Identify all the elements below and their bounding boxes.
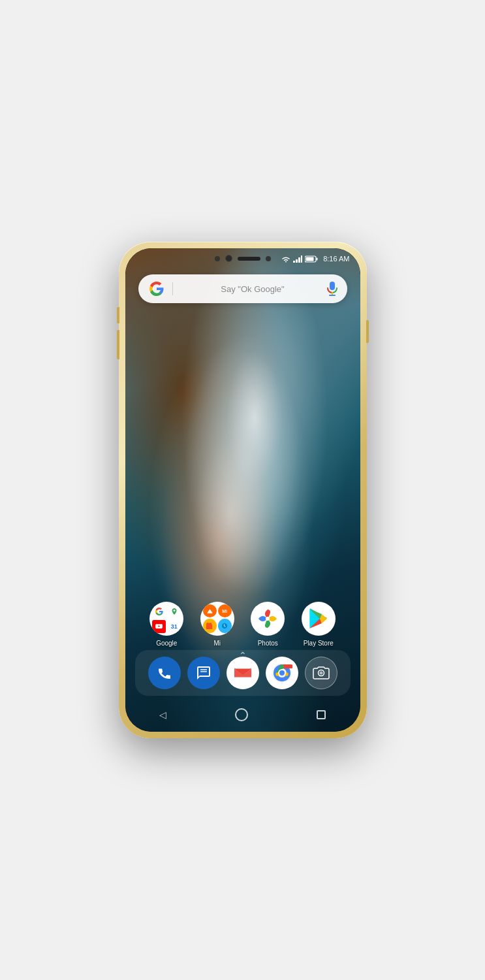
chrome-dock-icon[interactable] bbox=[266, 657, 298, 689]
svg-rect-3 bbox=[301, 255, 302, 263]
svg-point-16 bbox=[279, 670, 285, 676]
signal-icon bbox=[293, 255, 302, 263]
mi-folder-item[interactable]: Mi bbox=[198, 602, 237, 647]
svg-rect-7 bbox=[330, 282, 335, 290]
svg-point-12 bbox=[266, 617, 270, 621]
google-folder-icon[interactable]: 31 bbox=[149, 602, 183, 636]
google-logo bbox=[148, 280, 166, 298]
nav-bar: ◁ bbox=[125, 700, 360, 732]
screen-content: 8:16 AM Say "Ok Google" bbox=[125, 248, 360, 732]
svg-point-10 bbox=[173, 610, 175, 612]
svg-rect-0 bbox=[293, 261, 295, 263]
recent-button[interactable] bbox=[317, 710, 326, 719]
microphone-icon[interactable] bbox=[326, 282, 338, 296]
gmail-dock-icon[interactable] bbox=[227, 657, 259, 689]
phone-screen: 8:16 AM Say "Ok Google" bbox=[125, 248, 360, 732]
app-grid: 31 Google bbox=[125, 602, 360, 647]
dock bbox=[135, 650, 351, 696]
back-button[interactable]: ◁ bbox=[159, 710, 166, 720]
svg-rect-1 bbox=[296, 259, 298, 263]
wifi-icon bbox=[281, 255, 290, 263]
playstore-icon[interactable] bbox=[302, 602, 336, 636]
photos-icon[interactable] bbox=[251, 602, 285, 636]
photos-app-item[interactable]: Photos bbox=[248, 602, 287, 647]
google-search-bar[interactable]: Say "Ok Google" bbox=[138, 274, 347, 303]
battery-icon bbox=[305, 255, 318, 263]
status-time: 8:16 AM bbox=[323, 255, 349, 263]
google-folder-label: Google bbox=[156, 640, 177, 647]
mi-folder-label: Mi bbox=[213, 640, 221, 647]
status-bar: 8:16 AM bbox=[125, 248, 360, 267]
phone-device: 8:16 AM Say "Ok Google" bbox=[119, 242, 367, 738]
svg-rect-6 bbox=[306, 257, 314, 261]
google-folder-item[interactable]: 31 Google bbox=[147, 602, 186, 647]
svg-rect-2 bbox=[298, 257, 300, 263]
status-icons: 8:16 AM bbox=[281, 255, 349, 263]
phone-dock-icon[interactable] bbox=[148, 657, 181, 689]
photos-app-label: Photos bbox=[258, 640, 278, 647]
svg-point-18 bbox=[319, 672, 322, 675]
playstore-app-item[interactable]: Play Store bbox=[299, 602, 338, 647]
playstore-app-label: Play Store bbox=[304, 640, 334, 647]
messages-dock-icon[interactable] bbox=[187, 657, 220, 689]
mi-folder-icon[interactable]: Mi bbox=[200, 602, 234, 636]
home-button[interactable] bbox=[235, 708, 248, 721]
camera-dock-icon[interactable] bbox=[305, 657, 337, 689]
search-placeholder[interactable]: Say "Ok Google" bbox=[180, 284, 326, 294]
svg-rect-5 bbox=[317, 257, 318, 260]
search-divider bbox=[172, 282, 173, 295]
